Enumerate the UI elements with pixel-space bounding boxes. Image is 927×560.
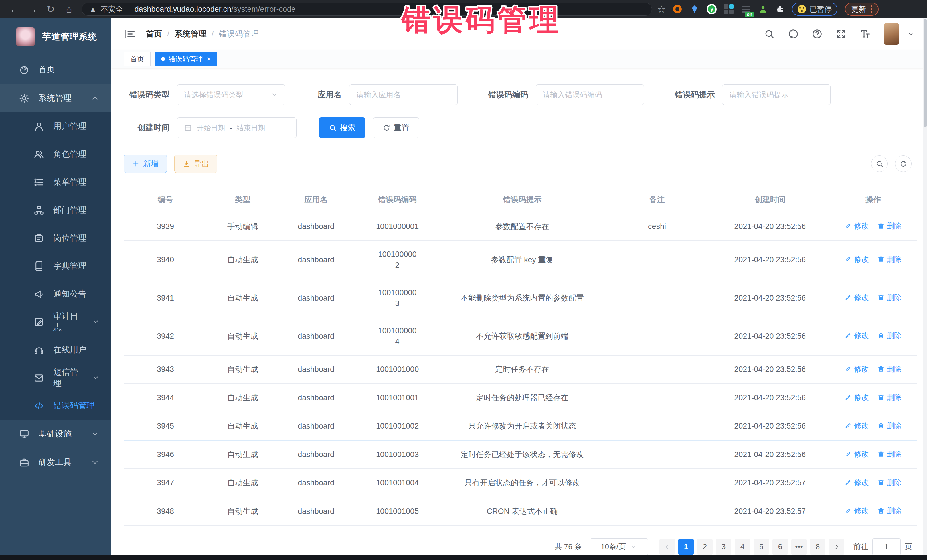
extension-gem-icon[interactable]: [689, 4, 700, 15]
delete-button[interactable]: 删除: [877, 420, 902, 431]
edit-button[interactable]: 修改: [845, 505, 869, 516]
error-type-select[interactable]: 请选择错误码类型: [177, 84, 285, 105]
cell-app: dashboard: [278, 469, 354, 497]
sidebar-item-dev-tools[interactable]: 研发工具: [0, 448, 111, 477]
goto-page-input[interactable]: [872, 538, 901, 555]
sidebar-item-menu-mgmt[interactable]: 菜单管理: [0, 168, 111, 196]
menu-dots-icon[interactable]: [871, 5, 872, 13]
error-msg-input[interactable]: [729, 90, 824, 99]
page-button-1[interactable]: 1: [678, 539, 694, 555]
prev-page-button[interactable]: [660, 539, 675, 555]
sidebar-item-error-code-mgmt[interactable]: 错误码管理: [0, 392, 111, 420]
fullscreen-icon[interactable]: [836, 29, 846, 39]
edit-button[interactable]: 修改: [845, 330, 869, 341]
sidebar-item-sms-mgmt[interactable]: 短信管理: [0, 364, 111, 392]
sidebar-item-infrastructure[interactable]: 基础设施: [0, 420, 111, 448]
extension-green-circle-icon[interactable]: y: [706, 4, 717, 15]
home-icon[interactable]: ⌂: [61, 0, 77, 18]
edit-button[interactable]: 修改: [845, 364, 869, 374]
edit-button[interactable]: 修改: [845, 254, 869, 265]
page-size-select[interactable]: 10条/页: [590, 538, 648, 555]
tag-home[interactable]: 首页: [124, 52, 150, 67]
reset-button[interactable]: 重置: [373, 117, 419, 138]
extension-grid-icon[interactable]: [723, 4, 734, 15]
edit-button[interactable]: 修改: [845, 220, 869, 231]
delete-button[interactable]: 删除: [877, 392, 902, 403]
address-bar[interactable]: ▲ 不安全 dashboard.yudao.iocoder.cn /system…: [82, 3, 652, 16]
column-header: 编号: [124, 187, 207, 212]
page-scrollbar[interactable]: [923, 18, 927, 555]
github-icon[interactable]: [788, 29, 799, 39]
toggle-search-button[interactable]: [871, 155, 887, 172]
user-avatar[interactable]: [884, 23, 899, 45]
delete-button[interactable]: 删除: [877, 254, 902, 265]
cell-app: dashboard: [278, 279, 354, 317]
sidebar-item-system[interactable]: 系统管理: [0, 84, 111, 112]
page-button-2[interactable]: 2: [697, 539, 713, 555]
breadcrumb-home[interactable]: 首页: [146, 29, 162, 39]
close-icon[interactable]: ×: [207, 55, 211, 63]
help-icon[interactable]: [812, 29, 823, 39]
delete-button[interactable]: 删除: [877, 364, 902, 374]
browser-update-button[interactable]: 更新: [845, 3, 878, 16]
edit-icon: [845, 479, 852, 486]
tag-error-code[interactable]: 错误码管理 ×: [155, 52, 217, 67]
extension-list-icon[interactable]: on: [740, 4, 751, 15]
app-name-input[interactable]: [356, 90, 450, 99]
search-icon[interactable]: [764, 29, 775, 39]
cell-id: 3939: [124, 212, 207, 241]
chevron-right-icon: [833, 543, 840, 550]
next-page-button[interactable]: [829, 539, 844, 555]
sidebar-item-dict-mgmt[interactable]: 字典管理: [0, 252, 111, 280]
add-button[interactable]: 新增: [124, 155, 167, 173]
date-range-picker[interactable]: 开始日期 - 结束日期: [177, 117, 296, 138]
extension-person-icon[interactable]: [758, 4, 768, 15]
page-button-4[interactable]: 4: [735, 539, 750, 555]
edit-button[interactable]: 修改: [845, 420, 869, 431]
edit-button[interactable]: 修改: [845, 392, 869, 403]
sidebar-item-online-users[interactable]: 在线用户: [0, 336, 111, 364]
cell-code: 1001001001: [354, 384, 441, 412]
search-button[interactable]: 搜索: [319, 117, 365, 138]
extension-orange-icon[interactable]: [672, 4, 683, 15]
hamburger-icon[interactable]: [124, 28, 136, 40]
forward-icon[interactable]: →: [24, 0, 41, 18]
sidebar-item-role-mgmt[interactable]: 角色管理: [0, 140, 111, 168]
back-icon[interactable]: ←: [6, 0, 22, 18]
page-button-3[interactable]: 3: [716, 539, 731, 555]
sidebar-item-post-mgmt[interactable]: 岗位管理: [0, 224, 111, 252]
sidebar: 芋道管理系统 首页系统管理用户管理角色管理菜单管理部门管理岗位管理字典管理通知公…: [0, 18, 111, 555]
more-pages-button[interactable]: •••: [791, 539, 807, 555]
extension-puzzle-icon[interactable]: [775, 4, 786, 15]
sidebar-item-home[interactable]: 首页: [0, 55, 111, 84]
edit-button[interactable]: 修改: [845, 477, 869, 488]
sidebar-item-audit-log[interactable]: 审计日志: [0, 308, 111, 336]
delete-button[interactable]: 删除: [877, 505, 902, 516]
delete-button[interactable]: 删除: [877, 292, 902, 303]
page-button-6[interactable]: 6: [772, 539, 788, 555]
sidebar-item-notice[interactable]: 通知公告: [0, 280, 111, 308]
reload-icon[interactable]: ↻: [43, 0, 59, 18]
edit-button[interactable]: 修改: [845, 292, 869, 303]
breadcrumb-system[interactable]: 系统管理: [175, 29, 207, 39]
delete-button[interactable]: 删除: [877, 330, 902, 341]
refresh-table-button[interactable]: [895, 155, 912, 172]
page-button-5[interactable]: 5: [754, 539, 769, 555]
cell-memo: [603, 317, 711, 355]
delete-button[interactable]: 删除: [877, 220, 902, 231]
sidebar-item-user-mgmt[interactable]: 用户管理: [0, 112, 111, 140]
chevron-down-icon[interactable]: [907, 30, 915, 38]
cell-id: 3943: [124, 355, 207, 384]
emoji-face-icon: [798, 5, 806, 14]
scrollbar-thumb[interactable]: [924, 19, 927, 127]
delete-button[interactable]: 删除: [877, 477, 902, 488]
error-code-input[interactable]: [543, 90, 637, 99]
export-button[interactable]: 导出: [174, 155, 217, 173]
paused-extension-button[interactable]: 已暂停: [792, 3, 837, 16]
bookmark-star-icon[interactable]: ☆: [657, 3, 666, 15]
delete-button[interactable]: 删除: [877, 449, 902, 459]
page-button-8[interactable]: 8: [810, 539, 825, 555]
sidebar-item-dept-mgmt[interactable]: 部门管理: [0, 196, 111, 224]
edit-button[interactable]: 修改: [845, 449, 869, 459]
font-size-icon[interactable]: [860, 29, 871, 39]
